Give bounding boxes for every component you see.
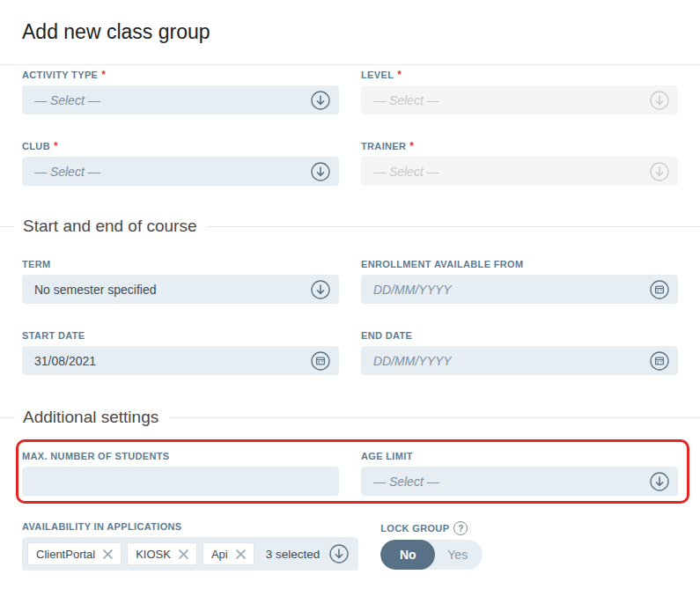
chevron-down-circle-icon[interactable]	[310, 279, 331, 300]
required-asterisk: *	[101, 70, 106, 81]
field-max-number-of-students: MAX. NUMBER OF STUDENTS	[22, 451, 339, 496]
header-divider	[0, 64, 700, 65]
age-limit-label-text: AGE LIMIT	[361, 451, 413, 462]
toggle-option-no[interactable]: No	[380, 540, 435, 570]
start-date-input[interactable]: 31/08/2021	[22, 346, 339, 375]
toggle-option-yes[interactable]: Yes	[435, 548, 483, 562]
chevron-down-circle-icon[interactable]	[310, 90, 331, 111]
club-select[interactable]: — Select —	[22, 157, 339, 186]
end-date-label: END DATE	[361, 330, 678, 342]
term-label-text: TERM	[22, 259, 51, 270]
tag-clientportal[interactable]: ClientPortal	[27, 542, 122, 565]
field-enrollment-available-from: ENROLLMENT AVAILABLE FROM DD/MM/YYYY	[361, 259, 678, 304]
required-asterisk: *	[54, 141, 58, 152]
field-level: LEVEL * — Select —	[361, 70, 678, 114]
level-label: LEVEL *	[361, 70, 678, 81]
start-date-value: 31/08/2021	[34, 354, 310, 368]
max-students-label-text: MAX. NUMBER OF STUDENTS	[22, 451, 170, 462]
help-icon[interactable]: ?	[453, 521, 468, 535]
activity-type-select[interactable]: — Select —	[22, 85, 339, 114]
field-start-date: START DATE 31/08/2021	[22, 330, 339, 375]
chevron-down-circle-icon[interactable]	[649, 471, 670, 492]
section-title: Start and end of course	[23, 217, 197, 236]
age-limit-select[interactable]: — Select —	[361, 467, 678, 496]
add-class-group-form: Add new class group ACTIVITY TYPE * — Se…	[0, 0, 700, 604]
club-label-text: CLUB	[22, 141, 50, 152]
level-label-text: LEVEL	[361, 70, 394, 81]
calendar-icon[interactable]	[649, 279, 670, 300]
trainer-label: TRAINER *	[361, 141, 678, 152]
availability-label: AVAILABILITY IN APPLICATIONS	[22, 521, 358, 533]
chevron-down-circle-icon	[649, 161, 670, 182]
max-students-label: MAX. NUMBER OF STUDENTS	[22, 451, 339, 462]
field-age-limit: AGE LIMIT — Select —	[361, 451, 678, 496]
form-body: ACTIVITY TYPE * — Select — LEVEL * — Sel…	[0, 70, 700, 571]
required-asterisk: *	[409, 141, 414, 152]
page-title: Add new class group	[22, 19, 678, 44]
activity-type-label: ACTIVITY TYPE *	[22, 70, 339, 81]
start-date-label-text: START DATE	[22, 330, 85, 342]
term-label: TERM	[22, 259, 339, 270]
club-placeholder: — Select —	[34, 165, 310, 179]
field-lock-group: LOCK GROUP ? No Yes	[380, 521, 678, 571]
tag-kiosk[interactable]: KIOSK	[127, 542, 197, 565]
field-availability-in-applications: AVAILABILITY IN APPLICATIONS ClientPorta…	[22, 521, 358, 571]
chevron-down-circle-icon[interactable]	[310, 161, 331, 182]
tag-label: Api	[211, 548, 228, 561]
term-select[interactable]: No semester specified	[22, 275, 339, 304]
field-end-date: END DATE DD/MM/YYYY	[361, 330, 678, 375]
remove-tag-icon[interactable]	[103, 549, 113, 559]
trainer-label-text: TRAINER	[361, 141, 406, 152]
field-club: CLUB * — Select —	[22, 141, 339, 186]
max-students-input[interactable]	[22, 467, 339, 496]
trainer-placeholder: — Select —	[373, 165, 649, 179]
age-limit-label: AGE LIMIT	[361, 451, 678, 462]
chevron-down-circle-icon[interactable]	[328, 543, 350, 564]
field-term: TERM No semester specified	[22, 259, 339, 304]
trainer-select: — Select —	[361, 157, 678, 186]
club-label: CLUB *	[22, 141, 339, 152]
tag-label: KIOSK	[136, 548, 171, 561]
enrollment-from-placeholder: DD/MM/YYYY	[373, 283, 649, 297]
section-title: Additional settings	[23, 408, 158, 427]
tag-label: ClientPortal	[36, 548, 95, 561]
section-divider-line	[208, 226, 700, 227]
activity-type-placeholder: — Select —	[34, 93, 310, 107]
enrollment-from-label-text: ENROLLMENT AVAILABLE FROM	[361, 259, 524, 270]
lock-group-label: LOCK GROUP ?	[380, 521, 678, 535]
age-limit-placeholder: — Select —	[373, 475, 649, 489]
field-trainer: TRAINER * — Select —	[361, 141, 678, 186]
enrollment-from-date-input[interactable]: DD/MM/YYYY	[361, 275, 678, 304]
lock-group-label-text: LOCK GROUP	[380, 523, 449, 534]
field-activity-type: ACTIVITY TYPE * — Select —	[22, 70, 339, 114]
section-additional-settings: Additional settings	[0, 408, 700, 427]
term-value: No semester specified	[34, 283, 310, 297]
start-date-label: START DATE	[22, 330, 339, 342]
enrollment-from-label: ENROLLMENT AVAILABLE FROM	[361, 259, 678, 270]
chevron-down-circle-icon	[649, 90, 670, 111]
lock-group-toggle[interactable]: No Yes	[380, 540, 483, 570]
end-date-placeholder: DD/MM/YYYY	[373, 354, 649, 368]
level-placeholder: — Select —	[373, 93, 649, 107]
calendar-icon[interactable]	[310, 350, 331, 372]
section-start-end-of-course: Start and end of course	[0, 217, 700, 236]
end-date-label-text: END DATE	[361, 330, 412, 342]
availability-label-text: AVAILABILITY IN APPLICATIONS	[22, 521, 182, 533]
required-asterisk: *	[397, 70, 402, 81]
remove-tag-icon[interactable]	[236, 549, 246, 559]
selected-count: 3 selected	[266, 548, 321, 561]
remove-tag-icon[interactable]	[179, 549, 188, 559]
level-select: — Select —	[361, 85, 678, 114]
calendar-icon[interactable]	[649, 350, 670, 372]
highlighted-row: MAX. NUMBER OF STUDENTS AGE LIMIT — Sele…	[22, 451, 678, 496]
tag-api[interactable]: Api	[203, 542, 254, 565]
end-date-input[interactable]: DD/MM/YYYY	[361, 346, 678, 375]
section-divider-line	[169, 417, 700, 418]
activity-type-label-text: ACTIVITY TYPE	[22, 70, 98, 81]
availability-multiselect[interactable]: ClientPortal KIOSK Api 3 selected	[22, 537, 358, 571]
